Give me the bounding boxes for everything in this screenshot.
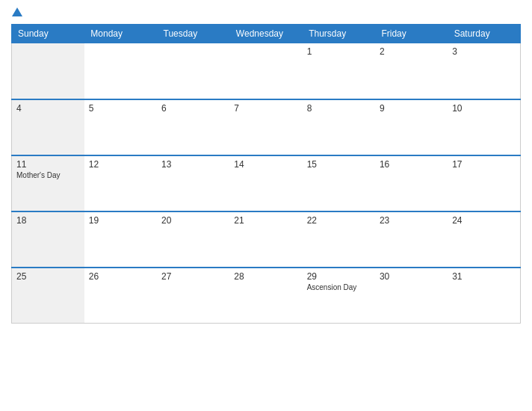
calendar-day-cell [229,43,302,99]
calendar-header-row: SundayMondayTuesdayWednesdayThursdayFrid… [12,25,521,43]
calendar-day-cell: 18 [12,211,84,268]
day-number: 9 [380,103,443,114]
calendar-day-cell: 21 [229,211,302,268]
day-number: 21 [234,215,297,226]
calendar-day-cell: 1 [303,43,375,99]
day-number: 1 [307,46,371,57]
calendar-week-row: 45678910 [12,99,521,155]
day-number: 15 [307,159,371,170]
day-number: 14 [234,159,297,170]
calendar-week-row: 11Mother's Day121314151617 [12,155,521,211]
col-header-tuesday: Tuesday [157,25,229,43]
col-header-friday: Friday [375,25,448,43]
day-number: 29 [307,271,371,282]
calendar-day-cell: 22 [303,211,375,268]
calendar-day-cell: 9 [375,99,448,155]
day-number: 23 [380,215,443,226]
day-number: 27 [161,271,225,282]
day-number: 24 [452,215,516,226]
day-event: Mother's Day [16,171,80,179]
day-number: 26 [89,271,152,282]
day-number: 3 [452,46,516,57]
calendar-day-cell: 24 [448,211,520,268]
calendar-day-cell: 12 [84,155,157,211]
calendar-day-cell [12,43,84,99]
day-number: 30 [380,271,443,282]
calendar-day-cell: 7 [229,99,302,155]
calendar-day-cell: 17 [448,155,520,211]
calendar-day-cell: 20 [157,211,229,268]
col-header-wednesday: Wednesday [229,25,302,43]
day-number: 28 [234,271,297,282]
calendar-day-cell: 5 [84,99,157,155]
calendar-day-cell: 13 [157,155,229,211]
day-number: 16 [380,159,443,170]
calendar-week-row: 2526272829Ascension Day3031 [12,268,521,324]
day-number: 19 [89,215,152,226]
calendar-day-cell: 3 [448,43,520,99]
day-number: 25 [16,271,80,282]
calendar-week-row: 123 [12,43,521,99]
calendar-day-cell: 29Ascension Day [303,268,375,324]
calendar-header [11,7,521,18]
calendar-day-cell [84,43,157,99]
day-event: Ascension Day [307,283,371,291]
calendar-day-cell: 2 [375,43,448,99]
calendar-day-cell: 28 [229,268,302,324]
calendar-day-cell [157,43,229,99]
day-number: 31 [452,271,516,282]
calendar-day-cell: 14 [229,155,302,211]
calendar-body: 1234567891011Mother's Day121314151617181… [12,43,521,324]
logo [11,7,22,18]
calendar-day-cell: 25 [12,268,84,324]
day-number: 8 [307,103,371,114]
day-number: 7 [234,103,297,114]
col-header-thursday: Thursday [303,25,375,43]
calendar-day-cell: 4 [12,99,84,155]
day-number: 10 [452,103,516,114]
day-number: 11 [16,159,80,170]
day-number: 2 [380,46,443,57]
day-number: 17 [452,159,516,170]
calendar-day-cell: 8 [303,99,375,155]
day-number: 22 [307,215,371,226]
calendar-day-cell: 16 [375,155,448,211]
calendar-day-cell: 26 [84,268,157,324]
day-number: 18 [16,215,80,226]
day-number: 4 [16,103,80,114]
day-number: 5 [89,103,152,114]
calendar-day-cell: 6 [157,99,229,155]
calendar-week-row: 18192021222324 [12,211,521,268]
calendar-day-cell: 15 [303,155,375,211]
calendar-day-cell: 30 [375,268,448,324]
col-header-saturday: Saturday [448,25,520,43]
calendar-day-cell: 19 [84,211,157,268]
calendar-day-cell: 31 [448,268,520,324]
day-number: 13 [161,159,225,170]
day-number: 20 [161,215,225,226]
col-header-sunday: Sunday [12,25,84,43]
col-header-monday: Monday [84,25,157,43]
calendar-day-cell: 10 [448,99,520,155]
calendar-table: SundayMondayTuesdayWednesdayThursdayFrid… [11,24,521,324]
calendar-day-cell: 27 [157,268,229,324]
logo-triangle-icon [12,7,22,16]
day-number: 6 [161,103,225,114]
day-number: 12 [89,159,152,170]
calendar-day-cell: 11Mother's Day [12,155,84,211]
calendar-day-cell: 23 [375,211,448,268]
